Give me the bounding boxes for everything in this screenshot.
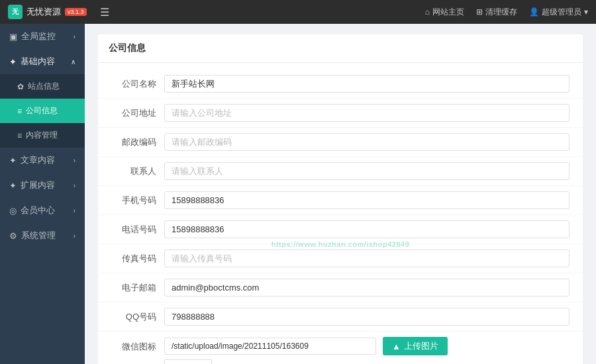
upload-icon: ▲ [392, 341, 401, 351]
form-row-email: 电子邮箱 [98, 273, 583, 302]
sidebar-item-label: 会员中心 [21, 205, 55, 216]
sidebar-item-label: 系统管理 [21, 230, 56, 242]
site-icon: ✿ [17, 82, 24, 91]
qr-code-container: 刷新 [164, 359, 212, 364]
postal-code-label: 邮政编码 [111, 136, 164, 148]
company-name-label: 公司名称 [111, 78, 164, 90]
form-row-fax: 传真号码 [98, 244, 583, 273]
nav-website-link[interactable]: ⌂ 网站主页 [425, 7, 464, 18]
phone-label: 电话号码 [111, 224, 164, 236]
page-card: 公司信息 公司名称 公司地址 邮政编码 [98, 34, 583, 364]
upload-image-button[interactable]: ▲ 上传图片 [383, 337, 448, 355]
article-icon: ✦ [9, 156, 17, 165]
wechat-icon-path-row: ▲ 上传图片 [164, 337, 448, 355]
content-area: https://www.huzhan.com/ishop42849 公司信息 公… [85, 24, 596, 364]
extend-icon: ✦ [9, 181, 17, 191]
fax-input[interactable] [164, 250, 570, 267]
chevron-right-icon: › [74, 157, 75, 164]
form-row-company-address: 公司地址 [98, 99, 583, 128]
form-row-postal-code: 邮政编码 [98, 128, 583, 157]
hamburger-icon[interactable]: ☰ [100, 6, 109, 19]
sidebar-item-zhandi-xinxi[interactable]: ✿ 站点信息 [0, 74, 85, 99]
list-icon: ≡ [17, 131, 22, 140]
sidebar-item-label: 扩展内容 [21, 179, 55, 191]
system-icon: ⚙ [9, 231, 17, 241]
sidebar-item-huiyuan-zhongxin[interactable]: ◎ 会员中心 › [0, 198, 85, 223]
sidebar-item-label: 公司信息 [26, 105, 58, 116]
chevron-right-icon: › [74, 182, 75, 189]
version-badge: v3.1.3 [65, 8, 87, 16]
mobile-input[interactable] [164, 191, 570, 209]
postal-code-input[interactable] [164, 133, 570, 151]
sidebar-item-kuozhan-neirong[interactable]: ✦ 扩展内容 › [0, 173, 85, 198]
phone-input[interactable] [164, 220, 570, 238]
sidebar-item-neirong-guanli[interactable]: ≡ 内容管理 [0, 123, 85, 148]
wechat-icon-content: ▲ 上传图片 [164, 337, 448, 364]
upload-btn-label: 上传图片 [404, 340, 438, 352]
email-label: 电子邮箱 [111, 282, 164, 294]
logo-area: 无 无忧资源 v3.1.3 [8, 5, 87, 19]
top-header: 无 无忧资源 v3.1.3 ☰ ⌂ 网站主页 ⊞ 清理缓存 👤 超级管理员 ▾ [0, 0, 596, 24]
sidebar-item-wenzhang-neirong[interactable]: ✦ 文章内容 › [0, 148, 85, 173]
sidebar-item-label: 内容管理 [26, 130, 58, 141]
fax-label: 传真号码 [111, 253, 164, 265]
monitor-icon: ▣ [9, 32, 17, 42]
qq-label: QQ号码 [111, 311, 164, 323]
form-row-qq: QQ号码 [98, 302, 583, 332]
page-card-body: 公司名称 公司地址 邮政编码 联系人 [98, 63, 583, 364]
content-icon: ✦ [9, 57, 17, 67]
company-icon: ≡ [17, 107, 22, 116]
form-row-wechat-icon: 微信图标 ▲ 上传图片 [98, 332, 583, 364]
contact-input[interactable] [164, 162, 570, 180]
contact-label: 联系人 [111, 165, 164, 177]
page-title: 公司信息 [109, 42, 146, 53]
header-right: ⌂ 网站主页 ⊞ 清理缓存 👤 超级管理员 ▾ [425, 7, 588, 18]
qq-input[interactable] [164, 308, 570, 326]
chevron-right-icon: › [74, 232, 75, 240]
form-row-contact: 联系人 [98, 157, 583, 186]
form-row-phone: 电话号码 [98, 215, 583, 244]
content-wrapper: https://www.huzhan.com/ishop42849 公司信息 公… [98, 34, 583, 364]
sidebar-item-label: 基础内容 [21, 56, 55, 68]
nav-clear-cache-label: 清理缓存 [485, 7, 517, 18]
user-icon: 👤 [529, 7, 539, 17]
sidebar-item-xitong-guanli[interactable]: ⚙ 系统管理 › [0, 223, 85, 248]
chevron-down-icon: ▾ [584, 7, 588, 17]
form-row-mobile: 手机号码 [98, 186, 583, 215]
wechat-icon-path-input[interactable] [164, 338, 376, 355]
cache-icon: ⊞ [476, 7, 483, 17]
company-name-input[interactable] [164, 75, 570, 93]
chevron-down-icon: ∧ [71, 58, 75, 66]
member-icon: ◎ [9, 206, 17, 216]
sidebar-item-jichu-neirong[interactable]: ✦ 基础内容 ∧ [0, 49, 85, 74]
mobile-label: 手机号码 [111, 195, 164, 206]
company-address-input[interactable] [164, 104, 570, 122]
form-row-company-name: 公司名称 [98, 69, 583, 99]
sidebar-item-gongsi-xinxi[interactable]: ≡ 公司信息 [0, 99, 85, 123]
header-left: 无 无忧资源 v3.1.3 ☰ [8, 5, 109, 19]
nav-admin-label: 超级管理员 [542, 7, 581, 18]
sidebar-item-label: 全局监控 [21, 30, 56, 42]
company-address-label: 公司地址 [111, 107, 164, 119]
sidebar: ▣ 全局监控 › ✦ 基础内容 ∧ ✿ 站点信息 ≡ 公司信息 [0, 24, 85, 364]
nav-clear-cache-link[interactable]: ⊞ 清理缓存 [476, 7, 517, 18]
wechat-icon-label: 微信图标 [111, 337, 164, 353]
main-layout: ▣ 全局监控 › ✦ 基础内容 ∧ ✿ 站点信息 ≡ 公司信息 [0, 24, 596, 364]
sidebar-item-label: 文章内容 [21, 154, 55, 166]
email-input[interactable] [164, 279, 570, 296]
sidebar-item-quanju-jiankong[interactable]: ▣ 全局监控 › [0, 24, 85, 49]
sidebar-item-label: 站点信息 [28, 81, 60, 92]
logo-text: 无忧资源 [26, 6, 61, 18]
nav-website-label: 网站主页 [432, 7, 464, 18]
logo-icon: 无 [8, 5, 23, 19]
qr-code-image [164, 359, 212, 364]
nav-admin-link[interactable]: 👤 超级管理员 ▾ [529, 7, 588, 18]
chevron-right-icon: › [74, 33, 75, 40]
home-icon: ⌂ [425, 7, 430, 17]
page-card-header: 公司信息 [98, 34, 583, 63]
chevron-right-icon: › [74, 207, 75, 214]
